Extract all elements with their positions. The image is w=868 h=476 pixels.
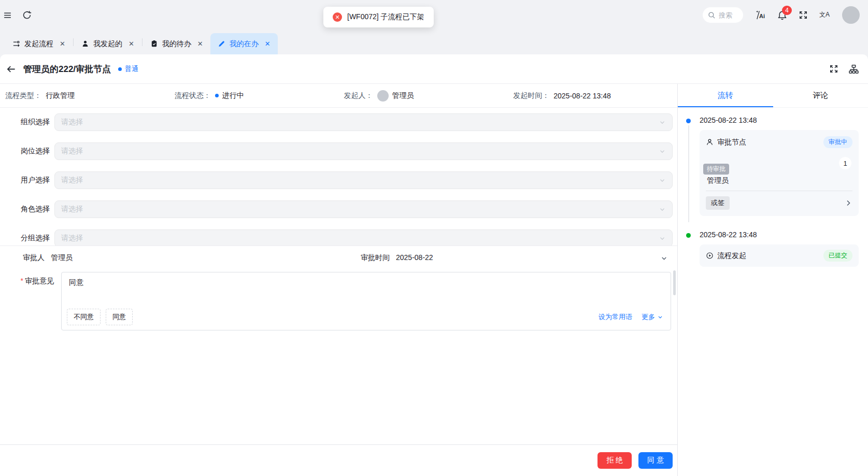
tab-flow[interactable]: 流转 [678,84,773,107]
tab-label: 我发起的 [93,39,122,49]
toast-message: [WF0072] 子流程已下架 [347,12,424,22]
org-select[interactable]: 请选择 [54,113,673,131]
person-icon [706,138,714,146]
user-select[interactable]: 请选择 [54,171,673,189]
timeline-time: 2025-08-22 13:48 [700,116,859,124]
search-input[interactable] [719,11,739,19]
hamburger-menu-icon[interactable] [3,11,12,20]
form-row-post: 岗位选择 请选择 [0,137,677,166]
tab-divider [142,38,143,46]
timeline-dot [686,233,691,238]
tab-label: 我的待办 [162,39,191,49]
expand-icon[interactable] [829,64,838,74]
process-meta-row: 流程类型： 行政管理 流程状态： 进行中 发起人： 管理员 [0,84,677,108]
tab-my-initiated[interactable]: 我发起的 ✕ [74,33,141,54]
chevron-down-icon [659,235,666,242]
priority-badge: 普通 [118,64,138,74]
process-start-card: 流程发起 已提交 [700,244,859,267]
person-icon [81,40,89,48]
set-common-phrase-link[interactable]: 设为常用语 [599,312,632,322]
chevron-down-icon [659,148,666,155]
card-divider [706,191,852,191]
refresh-icon[interactable] [22,10,32,20]
chevron-right-icon[interactable] [844,199,852,207]
role-select[interactable]: 请选择 [54,200,673,218]
approver-value: 管理员 [51,253,73,263]
translate-icon[interactable]: 文A [819,10,831,20]
sign-mode-badge: 或签 [706,196,730,210]
form-row-group: 分组选择 请选择 [0,224,677,248]
tab-start-process[interactable]: 发起流程 ✕ [5,33,73,54]
global-search[interactable] [703,7,743,23]
tab-my-todo[interactable]: 我的待办 ✕ [143,33,210,54]
user-avatar[interactable] [842,6,860,24]
action-footer: 拒 绝 同 意 [0,444,677,476]
form-fields: 组织选择 请选择 岗位选择 请选择 用户选择 请选择 [0,108,677,248]
chevron-down-icon [659,177,666,184]
side-panel: 流转 评论 2025-08-22 13:48 审批节点 审批中 [678,84,868,476]
error-icon: ✕ [333,12,342,22]
fullscreen-icon[interactable] [799,10,808,20]
timeline-time: 2025-08-22 13:48 [700,230,859,239]
node-title: 审批节点 [717,138,746,147]
timeline-dot [686,119,691,123]
approval-node-card: 审批节点 审批中 待审批 管理员 1 或签 [700,130,859,216]
node-status-badge: 审批中 [823,136,852,148]
chevron-down-icon [659,206,666,213]
opinion-label: 审批意见 [25,277,54,285]
process-detail-card: 管理员的222/审批节点 普通 流程类型： 行政管理 流程状态： [0,54,868,476]
flow-timeline: 2025-08-22 13:48 审批节点 审批中 待审批 管理 [678,108,868,476]
close-icon[interactable]: ✕ [265,40,271,48]
approver-row: 审批人 管理员 审批时间 2025-08-22 [0,246,677,270]
meta-process-type: 流程类型： 行政管理 [0,91,169,100]
meta-process-status: 流程状态： 进行中 [169,91,339,100]
form-row-role: 角色选择 请选择 [0,195,677,224]
priority-dot [118,67,122,71]
approver-count-badge: 1 [839,157,851,169]
chevron-down-icon [657,314,663,320]
tab-my-in-progress[interactable]: 我的在办 ✕ [210,33,278,54]
svg-text:文A: 文A [819,11,830,18]
post-select[interactable]: 请选择 [54,142,673,160]
flowchart-icon[interactable] [849,64,859,74]
timeline-item-approval: 2025-08-22 13:48 审批节点 审批中 待审批 管理 [686,116,859,216]
timeline-item-initiated: 2025-08-22 13:48 流程发起 已提交 [686,230,859,267]
group-select[interactable]: 请选择 [54,229,673,247]
opinion-textarea[interactable]: 同意 不同意 同意 设为常用语 更多 [61,272,671,330]
form-row-org: 组织选择 请选择 [0,108,677,137]
flow-icon [12,40,20,48]
tab-divider [73,38,74,46]
more-link[interactable]: 更多 [642,312,663,322]
clipboard-check-icon [150,40,158,48]
select-placeholder: 请选择 [61,234,83,243]
close-icon[interactable]: ✕ [60,40,65,48]
reject-button[interactable]: 拒 绝 [597,452,632,469]
quick-reply-agree-button[interactable]: 同意 [106,309,133,325]
page-title: 管理员的222/审批节点 [23,63,111,75]
close-icon[interactable]: ✕ [197,40,203,48]
ai-assistant-icon[interactable]: Ai [755,10,766,20]
pencil-icon [218,40,225,48]
approval-section: 审批人 管理员 审批时间 2025-08-22 *审批意见 同意 [0,246,677,476]
close-icon[interactable]: ✕ [129,40,134,48]
meta-initiator: 发起人： 管理员 [339,90,508,102]
tab-comments[interactable]: 评论 [773,84,868,107]
required-asterisk: * [21,277,23,285]
approver-name: 管理员 [707,176,729,185]
opinion-row: *审批意见 同意 不同意 同意 设为常用语 更多 [0,272,677,330]
select-placeholder: 请选择 [61,118,83,127]
svg-text:Ai: Ai [759,13,765,19]
approve-button[interactable]: 同 意 [638,452,673,469]
collapse-chevron-icon[interactable] [660,254,668,262]
panel-tabs: 流转 评论 [678,84,868,108]
quick-reply-disagree-button[interactable]: 不同意 [67,309,101,325]
scrollbar-thumb[interactable] [673,270,676,295]
status-dot [215,94,219,97]
node-title: 流程发起 [717,251,746,261]
back-arrow-icon[interactable] [6,64,16,74]
tab-label: 发起流程 [24,39,53,49]
status-value: 进行中 [215,91,244,100]
approver-block: 待审批 管理员 1 [706,153,852,186]
approver-label: 审批人 [23,253,45,263]
notifications-bell-icon[interactable]: 4 [777,10,787,20]
